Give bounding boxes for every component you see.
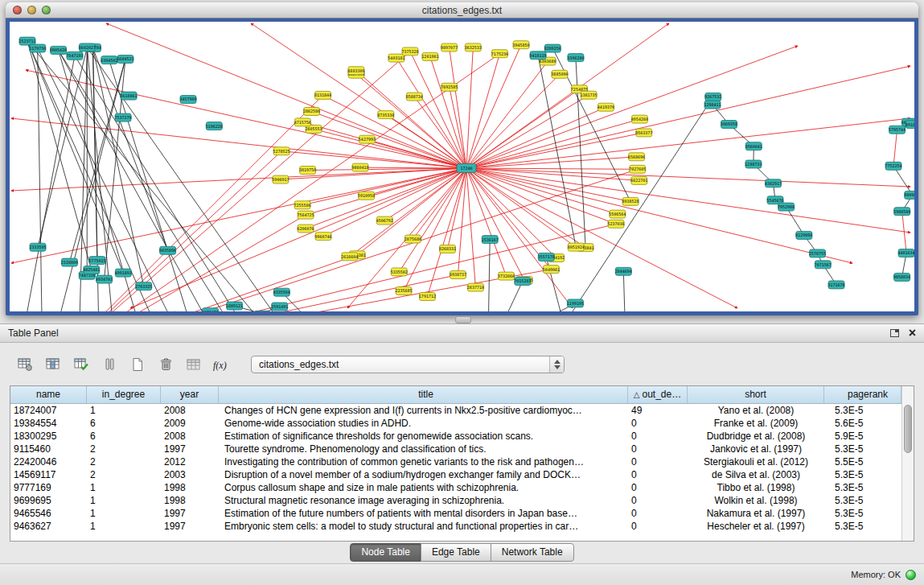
table-row[interactable]: 1872400712008Changes of HCN gene express… (10, 404, 901, 417)
close-panel-icon[interactable]: × (909, 328, 916, 339)
column-header-year[interactable]: year (161, 386, 219, 403)
svg-text:5196228: 5196228 (206, 124, 223, 129)
table-cell: 5.3E-5 (824, 443, 901, 455)
window-titlebar[interactable]: citations_edges.txt (6, 2, 918, 19)
delete-table-button[interactable] (154, 353, 178, 376)
new-column-icon (74, 357, 89, 372)
svg-text:9267532: 9267532 (704, 94, 721, 99)
table-cell: 0 (628, 417, 688, 430)
function-builder-button[interactable]: f(x) (210, 353, 234, 376)
minimize-window-button[interactable] (27, 6, 36, 14)
scrollbar-thumb[interactable] (904, 405, 912, 453)
column-header-name[interactable]: name (10, 386, 87, 403)
svg-text:6938737: 6938737 (450, 272, 466, 277)
svg-text:2235685: 2235685 (395, 288, 412, 293)
table-cell: Genome-wide association studies in ADHD. (219, 417, 628, 430)
table-cell: 5.6E-5 (824, 417, 901, 430)
table-panel-header: Table Panel × (0, 324, 924, 343)
table-cell: 9699695 (10, 494, 87, 507)
network-view-window: citations_edges.txt 17240702760566227018… (6, 2, 918, 315)
svg-text:7375328: 7375328 (401, 49, 418, 54)
svg-text:1199195: 1199195 (567, 301, 584, 306)
table-tabs: Node Table Edge Table Network Table (0, 543, 924, 562)
table-selector-dropdown[interactable]: citations_edges.txt (251, 356, 565, 373)
network-graph[interactable]: 1724070276056622701893852855065645237036… (10, 22, 914, 311)
column-header-title[interactable]: title (219, 386, 628, 403)
column-header-short[interactable]: short (688, 386, 824, 403)
table-cell: 19384554 (10, 417, 87, 430)
table-row[interactable]: 1830029562008Estimation of significance … (10, 430, 901, 443)
column-header-in_degree[interactable]: in_degree (87, 386, 161, 403)
svg-text:7564725: 7564725 (298, 212, 314, 217)
function-builder-icon: f(x) (212, 357, 232, 372)
splitter-handle[interactable] (455, 316, 471, 323)
sort-ascending-icon: △ (634, 390, 640, 399)
column-header-pagerank[interactable]: pagerank (824, 386, 901, 403)
svg-text:4481634: 4481634 (898, 250, 914, 255)
svg-text:4715756: 4715756 (294, 120, 311, 125)
zoom-window-button[interactable] (42, 6, 51, 14)
close-window-button[interactable] (13, 6, 22, 14)
svg-text:5775015: 5775015 (88, 258, 105, 263)
table-mode-button[interactable] (13, 353, 37, 376)
dropdown-arrows-icon (549, 356, 564, 373)
table-row[interactable]: 1938455462009Genome-wide association stu… (10, 417, 901, 430)
tab-edge-table[interactable]: Edge Table (421, 543, 491, 562)
table-row[interactable]: 911546021997Tourette syndrome. Phenomeno… (10, 443, 901, 455)
svg-text:2333595: 2333595 (29, 245, 46, 249)
show-columns-button[interactable] (41, 353, 65, 376)
svg-text:2837710: 2837710 (467, 285, 484, 290)
table-cell: 5.3E-5 (824, 404, 901, 417)
import-table-button[interactable] (182, 353, 206, 376)
svg-text:5403181: 5403181 (388, 56, 405, 60)
table-row[interactable]: 1456911722003Disruption of a novel membe… (10, 468, 901, 481)
svg-text:5795744: 5795744 (889, 127, 906, 132)
table-row[interactable]: 977716911998Corpus callosum shape and si… (10, 481, 901, 494)
svg-text:5427993: 5427993 (359, 137, 376, 142)
svg-text:8809614: 8809614 (904, 192, 914, 197)
svg-text:4954260: 4954260 (631, 117, 648, 122)
svg-text:1381735: 1381735 (581, 93, 598, 97)
table-row[interactable]: 946362711997Embryonic stem cells: a mode… (10, 520, 901, 533)
table-cell: 5.3E-5 (824, 481, 901, 494)
table-cell: 0 (628, 481, 688, 494)
table-row[interactable]: 946554611997Estimation of the future num… (10, 507, 901, 520)
table-cell: 5.3E-5 (824, 507, 901, 520)
tab-node-table[interactable]: Node Table (350, 543, 421, 562)
table-cell: 2 (87, 468, 161, 481)
table-cell: 1998 (161, 494, 219, 507)
table-row[interactable]: 969969511998Structural magnetic resonanc… (10, 494, 901, 507)
svg-text:7752254: 7752254 (885, 163, 901, 168)
column-header-out_de[interactable]: △out_de… (628, 386, 688, 403)
table-row[interactable]: 2242004622012Investigating the contribut… (10, 455, 901, 468)
svg-text:6568696: 6568696 (628, 154, 645, 159)
svg-text:8588734: 8588734 (406, 94, 423, 99)
svg-text:8268331: 8268331 (439, 246, 456, 251)
table-cell: Franke et al. (2009) (688, 417, 824, 430)
svg-text:5506564: 5506564 (609, 212, 626, 216)
svg-text:2763325: 2763325 (135, 284, 152, 289)
network-canvas[interactable]: 1724070276056622701893852855065645237036… (10, 22, 914, 311)
table-cell: 0 (628, 455, 688, 468)
table-cell: 9115460 (10, 443, 87, 455)
table-cell: Dudbridge et al. (2008) (688, 430, 824, 443)
table-cell: Yano et al. (2008) (688, 404, 824, 417)
vertical-scrollbar[interactable] (901, 386, 914, 541)
svg-text:17240: 17240 (460, 166, 472, 171)
new-table-button[interactable] (125, 353, 150, 376)
svg-text:3069358: 3069358 (721, 122, 737, 126)
new-column-button[interactable] (69, 353, 93, 376)
data-table: namein_degreeyeartitle△out_de…shortpager… (10, 385, 914, 542)
float-panel-icon[interactable] (890, 329, 899, 337)
table-cell: 2008 (161, 404, 219, 417)
table-cell: 1 (87, 481, 161, 494)
svg-text:2605553: 2605553 (306, 126, 322, 131)
svg-text:5910958: 5910958 (358, 193, 375, 198)
table-cell: 2008 (161, 430, 219, 443)
table-cell: Tourette syndrome. Phenomenology and cla… (219, 443, 628, 455)
row-selection-button[interactable] (97, 353, 121, 376)
tab-network-table[interactable]: Network Table (491, 543, 574, 562)
show-columns-icon (46, 357, 61, 372)
table-cell: 14569117 (10, 468, 87, 481)
table-cell: 5.3E-5 (824, 494, 901, 507)
